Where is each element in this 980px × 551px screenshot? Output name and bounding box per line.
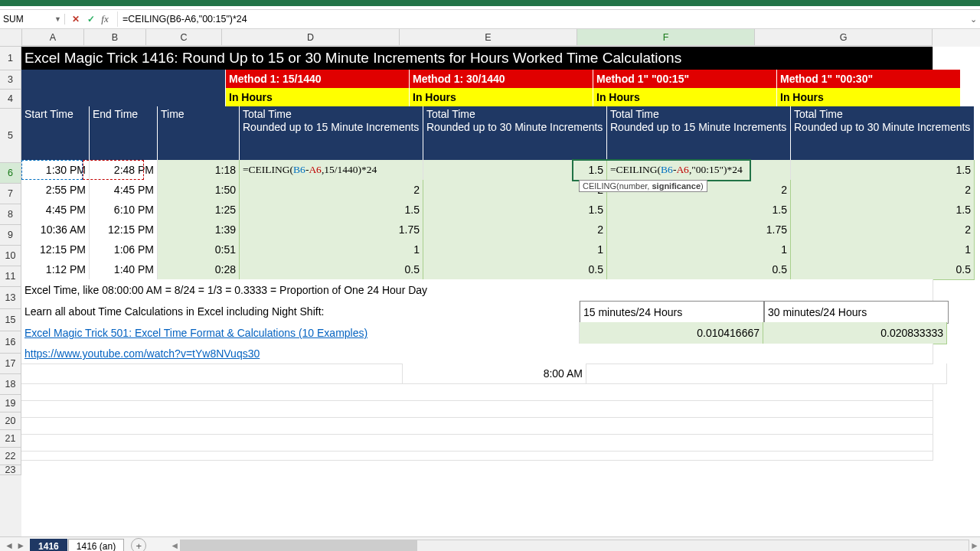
- row-21[interactable]: 21: [0, 430, 21, 448]
- tab-nav[interactable]: ◄ ►: [0, 540, 30, 551]
- cell-f-10[interactable]: 1: [607, 240, 791, 260]
- col-F[interactable]: F: [577, 29, 755, 46]
- hdr-start[interactable]: Start Time: [21, 106, 90, 161]
- cell-a-7[interactable]: 2:55 PM: [21, 180, 90, 201]
- title-cell[interactable]: Excel Magic Trick 1416: Round Up to 15 o…: [21, 47, 933, 70]
- cell-g-9[interactable]: 2: [791, 220, 975, 240]
- cell-b-11[interactable]: 1:40 PM: [90, 259, 158, 280]
- col-D[interactable]: D: [222, 29, 400, 46]
- row-15[interactable]: 15: [0, 309, 21, 331]
- blank[interactable]: [21, 417, 933, 435]
- formula-input[interactable]: =CEILING(B6-A6,"00:15")*24: [118, 14, 966, 24]
- row-1[interactable]: 1: [0, 47, 21, 70]
- enter-icon[interactable]: ✓: [83, 11, 99, 27]
- cell-g16[interactable]: 0.020833333: [763, 322, 947, 344]
- cell-d-9[interactable]: 1.75: [240, 220, 423, 240]
- blank[interactable]: [586, 364, 947, 384]
- row-18[interactable]: 18: [0, 374, 21, 395]
- note-13[interactable]: Excel Time, like 08:00:00 AM = 8/24 = 1/…: [21, 279, 933, 302]
- hdr-end[interactable]: End Time: [90, 106, 158, 161]
- chevron-down-icon[interactable]: ▼: [54, 15, 61, 23]
- hdr-time[interactable]: Time: [158, 106, 240, 161]
- cell-d-10[interactable]: 1: [240, 240, 423, 260]
- cell-f16[interactable]: 0.010416667: [580, 322, 763, 344]
- method-hdr-3[interactable]: Method 1" "00:30": [777, 70, 961, 88]
- cell-g-10[interactable]: 1: [791, 240, 975, 260]
- cell-a-6[interactable]: 1:30 PM: [21, 160, 90, 181]
- horizontal-scroll[interactable]: ◄ ►: [169, 540, 980, 552]
- cell-c-7[interactable]: 1:50: [158, 180, 240, 201]
- in-hours-2[interactable]: In Hours: [593, 88, 777, 106]
- row-19[interactable]: 19: [0, 395, 21, 412]
- cell-g6[interactable]: 1.5: [791, 160, 975, 181]
- cell-c-9[interactable]: 1:39: [158, 220, 240, 240]
- blank-navy[interactable]: [21, 88, 226, 108]
- cell-c-8[interactable]: 1:25: [158, 200, 240, 220]
- cell-a-10[interactable]: 12:15 PM: [21, 240, 90, 260]
- in-hours-1[interactable]: In Hours: [410, 88, 593, 106]
- cell-e18[interactable]: 8:00 AM: [403, 364, 586, 384]
- blank[interactable]: [21, 400, 933, 418]
- expand-formula-icon[interactable]: ⌄: [966, 15, 980, 24]
- in-hours-3[interactable]: In Hours: [777, 88, 961, 106]
- hdr-g[interactable]: Total TimeRounded up to 30 Minute Increm…: [791, 106, 975, 161]
- grid[interactable]: Excel Magic Trick 1416: Round Up to 15 o…: [21, 47, 975, 536]
- in-hours-0[interactable]: In Hours: [226, 88, 410, 106]
- cell-f-8[interactable]: 1.5: [607, 200, 791, 220]
- row-23[interactable]: 23: [0, 465, 21, 475]
- hdr-d[interactable]: Total TimeRounded up to 15 Minute Increm…: [240, 106, 423, 161]
- cell-d-8[interactable]: 1.5: [240, 200, 423, 220]
- fx-icon[interactable]: fx: [99, 11, 114, 27]
- cell-f-9[interactable]: 1.75: [607, 220, 791, 240]
- cell-a-8[interactable]: 4:45 PM: [21, 200, 90, 220]
- cell-g15[interactable]: 30 minutes/24 Hours: [764, 301, 949, 324]
- row-20[interactable]: 20: [0, 412, 21, 430]
- row-22[interactable]: 22: [0, 448, 21, 465]
- row-17[interactable]: 17: [0, 354, 21, 374]
- cell-b-10[interactable]: 1:06 PM: [90, 240, 158, 260]
- cell-e-11[interactable]: 0.5: [423, 259, 607, 280]
- row-4[interactable]: 4: [0, 90, 21, 109]
- cell-e-9[interactable]: 2: [423, 220, 607, 240]
- cell-g-7[interactable]: 2: [791, 180, 975, 201]
- cell-f6[interactable]: =CEILING(B6-A6,"00:15")*24: [607, 160, 791, 181]
- note-15[interactable]: Learn all about Time Calculations in Exc…: [21, 301, 580, 323]
- row-11[interactable]: 11: [0, 266, 21, 287]
- row-10[interactable]: 10: [0, 246, 21, 266]
- cell-g-8[interactable]: 1.5: [791, 200, 975, 220]
- cell-b-6[interactable]: 2:48 PM: [90, 160, 158, 181]
- hdr-e[interactable]: Total TimeRounded up to 30 Minute Increm…: [423, 106, 607, 161]
- row-3[interactable]: 3: [0, 70, 21, 90]
- hdr-f[interactable]: Total TimeRounded up to 15 Minute Increm…: [607, 106, 791, 161]
- cancel-icon[interactable]: ✕: [68, 11, 83, 27]
- col-C[interactable]: C: [146, 29, 222, 46]
- col-B[interactable]: B: [84, 29, 146, 46]
- cell-e6[interactable]: 1.5: [423, 160, 607, 181]
- link-16[interactable]: Excel Magic Trick 501: Excel Time Format…: [21, 322, 580, 344]
- col-E[interactable]: E: [400, 29, 577, 46]
- cell-e-10[interactable]: 1: [423, 240, 607, 260]
- cell-c-6[interactable]: 1:18: [158, 160, 240, 181]
- blank[interactable]: [21, 383, 933, 401]
- method-hdr-1[interactable]: Method 1: 30/1440: [410, 70, 593, 88]
- cell-f-11[interactable]: 0.5: [607, 259, 791, 280]
- new-sheet-button[interactable]: +: [131, 538, 146, 551]
- cell-d-11[interactable]: 0.5: [240, 259, 423, 280]
- blank-navy[interactable]: [21, 70, 226, 90]
- blank[interactable]: [21, 364, 403, 384]
- row-7[interactable]: 7: [0, 184, 21, 204]
- name-box[interactable]: SUM ▼: [0, 14, 65, 24]
- row-16[interactable]: 16: [0, 331, 21, 354]
- cell-c-11[interactable]: 0:28: [158, 259, 240, 280]
- cell-g-11[interactable]: 0.5: [791, 259, 975, 280]
- sheet-tab-1[interactable]: 1416 (an): [68, 539, 124, 552]
- col-G[interactable]: G: [755, 29, 933, 46]
- row-5[interactable]: 5: [0, 109, 21, 163]
- cell-a-9[interactable]: 10:36 AM: [21, 220, 90, 240]
- cell-b-9[interactable]: 12:15 PM: [90, 220, 158, 240]
- cell-b-8[interactable]: 6:10 PM: [90, 200, 158, 220]
- row-9[interactable]: 9: [0, 225, 21, 246]
- method-hdr-2[interactable]: Method 1" "00:15": [593, 70, 777, 88]
- cell-e-8[interactable]: 1.5: [423, 200, 607, 220]
- col-A[interactable]: A: [22, 29, 84, 46]
